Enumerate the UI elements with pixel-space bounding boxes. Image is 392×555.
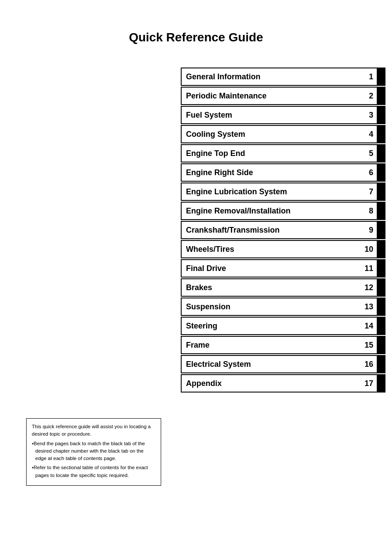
toc-item: Engine Top End5 xyxy=(181,144,385,162)
toc-item-number: 11 xyxy=(359,260,377,277)
toc-item-tab xyxy=(377,260,385,277)
toc-item-number: 1 xyxy=(359,68,377,85)
toc-item-tab xyxy=(377,88,385,104)
toc-item-tab xyxy=(377,68,385,85)
toc-item-label: Electrical System xyxy=(182,356,359,372)
toc-item-label: Engine Top End xyxy=(182,145,359,162)
toc-item-label: Appendix xyxy=(182,375,359,392)
toc-item: Appendix17 xyxy=(181,374,385,393)
toc-item-number: 8 xyxy=(359,203,377,219)
info-intro: This quick reference guide will assist y… xyxy=(32,423,155,438)
toc-item: Cooling System4 xyxy=(181,125,385,143)
toc-item-number: 15 xyxy=(359,337,377,353)
toc-item: Brakes12 xyxy=(181,278,385,297)
toc-item: Engine Lubrication System7 xyxy=(181,183,385,201)
toc-item-tab xyxy=(377,356,385,372)
toc-item-label: Engine Removal/Installation xyxy=(182,203,359,219)
toc-item-label: Final Drive xyxy=(182,260,359,277)
toc-item: Fuel System3 xyxy=(181,106,385,124)
toc-item-number: 17 xyxy=(359,375,377,392)
toc-item-number: 13 xyxy=(359,298,377,315)
toc-item: Final Drive11 xyxy=(181,259,385,278)
toc-item-label: Steering xyxy=(182,318,359,334)
toc-item-tab xyxy=(377,222,385,238)
toc-item-number: 9 xyxy=(359,222,377,238)
toc-item-number: 3 xyxy=(359,107,377,123)
toc-item-number: 12 xyxy=(359,279,377,296)
toc-item-label: Engine Lubrication System xyxy=(182,183,359,200)
toc-item-tab xyxy=(377,298,385,315)
toc-item-tab xyxy=(377,241,385,257)
toc-item-label: Cooling System xyxy=(182,126,359,142)
toc-item-tab xyxy=(377,107,385,123)
toc-item-label: Engine Right Side xyxy=(182,164,359,181)
toc-item: Frame15 xyxy=(181,336,385,354)
toc-item-label: Brakes xyxy=(182,279,359,296)
toc-item-tab xyxy=(377,337,385,353)
toc-item-label: Wheels/Tires xyxy=(182,241,359,257)
info-box: This quick reference guide will assist y… xyxy=(26,418,161,486)
toc-item-label: Suspension xyxy=(182,298,359,315)
toc-item-tab xyxy=(377,164,385,181)
toc-item-tab xyxy=(377,203,385,219)
toc-item: Electrical System16 xyxy=(181,355,385,373)
toc-item: Suspension13 xyxy=(181,298,385,316)
toc-item: Steering14 xyxy=(181,317,385,335)
toc-item-number: 6 xyxy=(359,164,377,181)
toc-item-tab xyxy=(377,279,385,296)
toc-item-number: 14 xyxy=(359,318,377,334)
toc-item-label: General Information xyxy=(182,68,359,85)
page-title: Quick Reference Guide xyxy=(0,0,392,66)
toc-item-tab xyxy=(377,375,385,392)
info-bullet-2: •Refer to the sectional table of content… xyxy=(32,464,155,479)
toc-item-label: Fuel System xyxy=(182,107,359,123)
toc-item-label: Periodic Maintenance xyxy=(182,88,359,104)
table-of-contents: General Information1Periodic Maintenance… xyxy=(181,68,385,393)
toc-item-tab xyxy=(377,126,385,142)
toc-item-label: Crankshaft/Transmission xyxy=(182,222,359,238)
toc-item: Periodic Maintenance2 xyxy=(181,87,385,105)
toc-item: Engine Removal/Installation8 xyxy=(181,202,385,220)
toc-item: Wheels/Tires10 xyxy=(181,240,385,258)
toc-item: Crankshaft/Transmission9 xyxy=(181,221,385,239)
toc-item-label: Frame xyxy=(182,337,359,353)
info-bullet-1: •Bend the pages back to match the black … xyxy=(32,440,155,463)
toc-item-number: 5 xyxy=(359,145,377,162)
toc-item-tab xyxy=(377,183,385,200)
toc-item-number: 4 xyxy=(359,126,377,142)
toc-item-tab xyxy=(377,145,385,162)
toc-item-number: 2 xyxy=(359,88,377,104)
toc-item-number: 16 xyxy=(359,356,377,372)
toc-item-number: 10 xyxy=(359,241,377,257)
toc-item-tab xyxy=(377,318,385,334)
toc-item: Engine Right Side6 xyxy=(181,163,385,182)
toc-item-number: 7 xyxy=(359,183,377,200)
toc-item: General Information1 xyxy=(181,68,385,86)
